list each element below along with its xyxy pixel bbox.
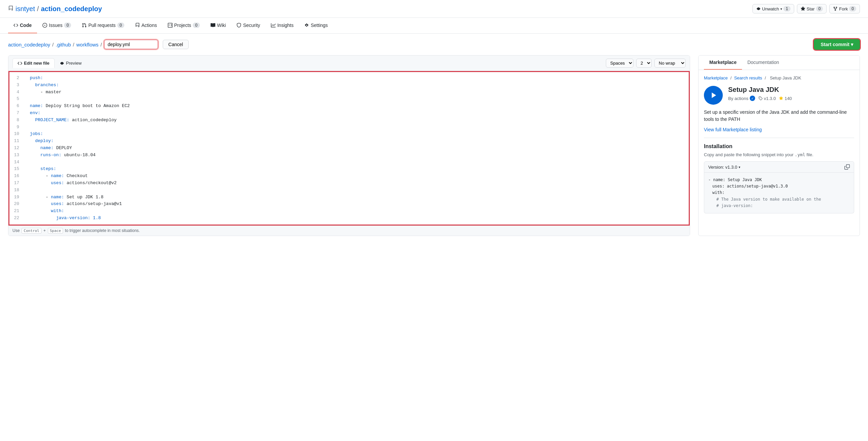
unwatch-button[interactable]: Unwatch ▾ 1 [752, 4, 794, 13]
wiki-icon [211, 23, 215, 28]
code-line: 19 - name: Set up JDK 1.8 [9, 194, 689, 201]
editor-toolbar: Edit new file Preview Spaces Tabs 2 [8, 56, 690, 71]
code-line: 7 env: [9, 110, 689, 117]
pr-icon [82, 23, 87, 28]
line-content: uses: actions/checkout@v2 [25, 180, 689, 187]
tab-projects[interactable]: Projects 0 [162, 18, 205, 33]
line-content: - name: Set up JDK 1.8 [25, 194, 689, 201]
line-num: 21 [9, 208, 25, 215]
code-line: 11 deploy: [9, 138, 689, 145]
tab-code-label: Code [20, 23, 32, 28]
line-num: 8 [9, 117, 25, 124]
mkt-tab-documentation[interactable]: Documentation [742, 56, 784, 70]
mkt-breadcrumb-search[interactable]: Search results [734, 75, 762, 80]
mkt-meta: By actions ✓ v1.3.0 [728, 96, 792, 101]
wrap-select[interactable]: No wrap Soft wrap [654, 59, 686, 68]
copy-icon[interactable] [844, 164, 850, 170]
filename-input[interactable] [104, 40, 158, 49]
snippet-line: # java-version: [708, 203, 850, 209]
tab-wiki[interactable]: Wiki [205, 18, 231, 33]
by-actions: By actions ✓ [728, 96, 755, 101]
tab-settings-label: Settings [311, 23, 328, 28]
snippet-line: # The Java version to make available on … [708, 196, 850, 203]
start-commit-label: Start commit [820, 42, 849, 47]
code-line: 10 jobs: [9, 131, 689, 138]
breadcrumb-workflows[interactable]: workflows [76, 42, 99, 47]
mkt-breadcrumb-marketplace[interactable]: Marketplace [704, 75, 728, 80]
star-filled-icon [779, 96, 783, 100]
line-num: 3 [9, 82, 25, 89]
projects-count: 0 [193, 23, 200, 28]
tab-settings[interactable]: Settings [299, 18, 333, 33]
breadcrumb-repo[interactable]: action_codedeploy [8, 42, 50, 47]
mkt-action-name: Setup Java JDK [728, 86, 792, 94]
mkt-view-listing[interactable]: View full Marketplace listing [704, 127, 762, 132]
line-content [25, 124, 689, 131]
mkt-breadcrumb: Marketplace / Search results / Setup Jav… [704, 75, 854, 80]
code-line: 4 - master [9, 89, 689, 96]
star-count: 0 [816, 6, 823, 11]
line-content: - name: Checkout [25, 173, 689, 180]
insights-icon [271, 23, 276, 28]
tab-pull-requests[interactable]: Pull requests 0 [76, 18, 130, 33]
mkt-tab-marketplace[interactable]: Marketplace [704, 56, 742, 70]
unwatch-label: Unwatch [762, 6, 779, 11]
line-num: 13 [9, 152, 25, 159]
line-content: name: DEPLOY [25, 145, 689, 152]
tab-code[interactable]: Code [8, 18, 37, 33]
repo-name[interactable]: action_codedeploy [41, 5, 102, 13]
space-key: Space [48, 228, 63, 234]
play-icon [709, 91, 718, 100]
line-content [25, 187, 689, 194]
fork-button[interactable]: Fork 0 [829, 4, 860, 13]
code-line: 5 [9, 96, 689, 103]
edit-tab-label: Edit new file [24, 61, 50, 66]
preview-tab-label: Preview [66, 61, 82, 66]
breadcrumb: action_codedeploy / .github / workflows … [8, 40, 189, 49]
code-line: 9 [9, 124, 689, 131]
code-line: 16 - name: Checkout [9, 173, 689, 180]
issue-icon [42, 23, 47, 28]
breadcrumb-github[interactable]: .github [56, 42, 71, 47]
footer-hint: Use [12, 228, 20, 233]
edit-tab[interactable]: Edit new file [12, 58, 55, 68]
footer-rest: to trigger autocomplete in most situatio… [65, 228, 140, 233]
mkt-action-icon [704, 86, 723, 105]
by-actions-label: By actions [728, 96, 748, 101]
line-content: with: [25, 208, 689, 215]
code-snippet: - name: Setup Java JDK uses: actions/set… [704, 173, 854, 213]
indent-select[interactable]: 2 4 [636, 59, 652, 68]
tab-insights[interactable]: Insights [266, 18, 299, 33]
editor-footer: Use Control + Space to trigger autocompl… [8, 226, 690, 236]
breadcrumb-sep: / [37, 5, 39, 13]
star-button[interactable]: Star 0 [797, 4, 827, 13]
version-label: Version: v1.3.0 [708, 165, 737, 170]
marketplace-pane: Marketplace Documentation Marketplace / … [698, 55, 860, 236]
version-select[interactable]: Version: v1.3.0 ▾ [708, 165, 740, 170]
edit-icon [18, 61, 22, 66]
cancel-button[interactable]: Cancel [163, 40, 189, 49]
footer-plus: + [43, 228, 46, 233]
line-content: deploy: [25, 138, 689, 145]
tab-issues[interactable]: Issues 0 [37, 18, 76, 33]
installation-desc-file: .yml [795, 152, 805, 157]
code-line: 12 name: DEPLOY [9, 145, 689, 152]
installation-title: Installation [704, 143, 854, 149]
repo-owner[interactable]: isntyet [16, 5, 35, 13]
preview-tab[interactable]: Preview [55, 58, 87, 68]
code-line: 13 runs-on: ubuntu-18.04 [9, 152, 689, 159]
tab-security[interactable]: Security [231, 18, 266, 33]
code-line: 6 name: Deploy String boot to Amazon EC2 [9, 103, 689, 110]
version-dropdown-arrow: ▾ [739, 165, 740, 169]
spaces-select[interactable]: Spaces Tabs [606, 59, 633, 68]
pr-count: 0 [117, 23, 124, 28]
fork-count: 0 [849, 6, 856, 11]
tab-actions[interactable]: Actions [130, 18, 162, 33]
snippet-line: with: [708, 190, 850, 196]
line-num: 11 [9, 138, 25, 145]
start-commit-button[interactable]: Start commit ▾ [814, 39, 860, 50]
repo-icon [8, 5, 13, 13]
code-editor[interactable]: 2 push: 3 branches: 4 - master 5 6 name:… [8, 71, 690, 226]
line-content: uses: actions/setup-java@v1 [25, 201, 689, 208]
editor-tabs: Edit new file Preview [12, 58, 87, 68]
